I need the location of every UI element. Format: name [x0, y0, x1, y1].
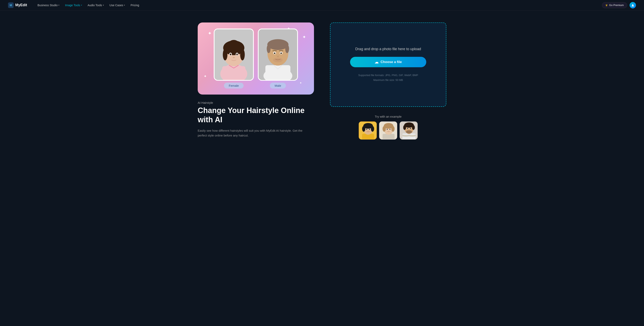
hero-image-card: ✦ ✦ ✦ ✦ ✦: [198, 23, 314, 95]
nav-item-audio-tools[interactable]: Audio Tools ▾: [85, 3, 106, 8]
page-title: Change Your Hairstyle Online with AI: [198, 106, 314, 124]
svg-point-56: [412, 125, 415, 130]
go-premium-button[interactable]: ♛ Go Premium: [602, 2, 627, 8]
example-thumbnail-3[interactable]: [400, 121, 418, 139]
upload-dropzone[interactable]: Drag and drop a photo file here to uploa…: [330, 23, 446, 107]
example-thumbnail-2[interactable]: [379, 121, 397, 139]
nav-item-business-studio[interactable]: Business Studio ▾: [35, 3, 62, 8]
svg-point-12: [230, 53, 231, 55]
sparkle-icon-1: ✦: [208, 31, 212, 36]
svg-point-60: [407, 128, 408, 129]
nav-item-pricing[interactable]: Pricing: [128, 3, 142, 8]
svg-point-13: [236, 53, 238, 55]
svg-point-48: [387, 129, 388, 130]
nav-item-use-cases[interactable]: Use Cases ▾: [107, 3, 127, 8]
sparkle-icon-4: ✦: [302, 35, 306, 40]
svg-point-38: [369, 129, 370, 130]
logo-link[interactable]: M MyEdit: [8, 3, 27, 8]
svg-point-33: [362, 126, 365, 132]
page-description: Easily see how different hairstyles will…: [198, 128, 310, 138]
svg-point-25: [274, 52, 276, 54]
female-label: Female: [224, 83, 244, 89]
nav-menu: Business Studio ▾ Image Tools ▾ Audio To…: [35, 3, 602, 8]
chevron-down-icon: ▾: [103, 4, 104, 6]
svg-point-14: [233, 57, 235, 58]
male-person-card: Male: [258, 29, 298, 89]
svg-point-37: [366, 129, 367, 130]
svg-rect-40: [382, 134, 394, 139]
main-content: ✦ ✦ ✦ ✦ ✦: [182, 11, 462, 147]
chevron-down-icon: ▾: [124, 4, 125, 6]
file-info: Supported file formats: JPG, PNG, GIF, W…: [358, 73, 418, 82]
sparkle-icon-3: ✦: [204, 74, 207, 78]
logo-icon: M: [8, 3, 14, 8]
svg-point-22: [285, 45, 289, 53]
svg-point-7: [223, 49, 227, 60]
svg-point-61: [410, 128, 411, 129]
svg-point-21: [267, 45, 270, 53]
chevron-down-icon: ▾: [81, 4, 82, 6]
svg-rect-29: [362, 134, 374, 139]
male-label: Male: [270, 83, 286, 89]
female-photo: [214, 29, 254, 81]
svg-point-34: [371, 126, 374, 132]
subtitle-tag: AI Hairstyle: [198, 101, 314, 104]
navbar: M MyEdit Business Studio ▾ Image Tools ▾…: [0, 0, 644, 11]
svg-point-9: [229, 40, 238, 47]
chevron-down-icon: ▾: [58, 4, 59, 6]
upload-cloud-icon: ☁: [374, 60, 378, 64]
nav-right: ♛ Go Premium: [602, 2, 636, 9]
svg-point-44: [382, 126, 386, 132]
logo-text: MyEdit: [15, 3, 27, 7]
svg-point-8: [240, 49, 245, 60]
example-title: Try with an example: [375, 115, 402, 118]
svg-point-49: [390, 129, 390, 130]
sparkle-icon-5: ✦: [300, 81, 302, 85]
example-thumbnails: [359, 121, 418, 139]
right-panel: Drag and drop a photo file here to uploa…: [330, 23, 446, 139]
left-panel: ✦ ✦ ✦ ✦ ✦: [198, 23, 314, 138]
svg-point-57: [406, 130, 412, 133]
choose-file-button[interactable]: ☁ Choose a file: [350, 57, 426, 67]
svg-point-26: [280, 52, 282, 54]
nav-item-image-tools[interactable]: Image Tools ▾: [62, 3, 84, 8]
example-thumbnail-1[interactable]: [359, 121, 377, 139]
crown-icon: ♛: [605, 4, 608, 7]
female-person-card: Female: [214, 29, 254, 89]
male-photo: [258, 29, 298, 81]
svg-point-55: [403, 125, 406, 130]
example-section: Try with an example: [330, 115, 446, 139]
svg-point-45: [391, 126, 394, 132]
user-avatar[interactable]: [630, 2, 636, 9]
drag-drop-text: Drag and drop a photo file here to uploa…: [355, 47, 421, 51]
